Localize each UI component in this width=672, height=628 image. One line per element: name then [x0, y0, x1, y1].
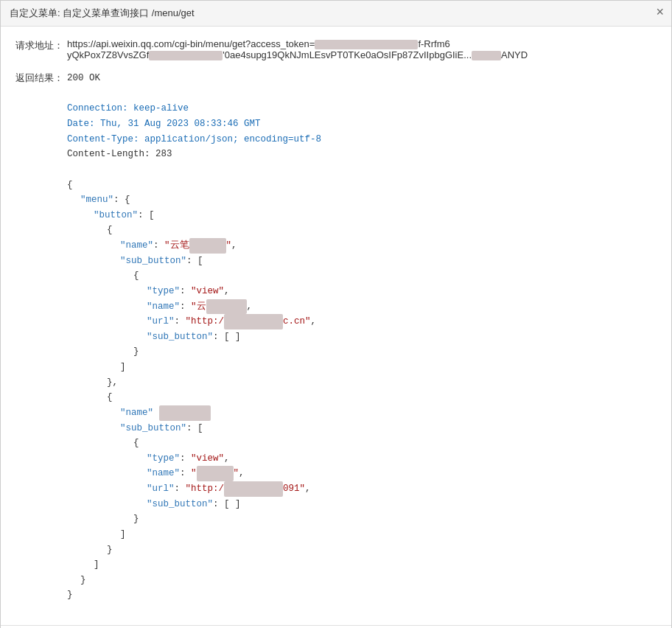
json-line: "name": " ", — [67, 466, 657, 481]
json-line: { — [67, 268, 657, 284]
header-content-type-text: Content-Type: application/json; encoding… — [67, 134, 321, 144]
status-label: 返回结果： — [15, 71, 67, 85]
dialog: 自定义菜单: 自定义菜单查询接口 /menu/get × 请求地址： https… — [0, 0, 672, 628]
url-mid2: '0ae4supg19QkNJmLEsvPT0TKe0aOsIFp87ZvIIp… — [223, 49, 472, 60]
json-line: "sub_button": [ ] — [67, 497, 657, 512]
header-date-text: Date: Thu, 31 Aug 2023 08:33:46 GMT — [67, 119, 261, 129]
json-line: "sub_button": [ — [67, 254, 657, 269]
json-line: ] — [67, 527, 657, 542]
hint-row: 提示： Request successful — [1, 625, 671, 628]
url-mid-blurred — [149, 51, 223, 60]
header-date: Date: Thu, 31 Aug 2023 08:33:46 GMT — [67, 116, 657, 132]
response-status-row: 返回结果： 200 OK Connection: keep-alive Date… — [15, 71, 657, 603]
json-line: { — [67, 223, 657, 238]
json-line: "type": "view", — [67, 451, 657, 467]
request-url-value: https://api.weixin.qq.com/cgi-bin/menu/g… — [67, 38, 657, 60]
json-line: "sub_button": [ — [67, 421, 657, 436]
json-line: "name": "云笔 ", — [67, 238, 657, 254]
url-line2: yQkPox7Z8VvsZGf '0ae4supg19QkNJmLEsvPT0T… — [67, 49, 657, 60]
header-content-type: Content-Type: application/json; encoding… — [67, 132, 657, 147]
json-line: ] — [67, 360, 657, 375]
close-button[interactable]: × — [656, 5, 664, 18]
json-line: } — [67, 573, 657, 588]
json-line: { — [67, 178, 657, 193]
json-line: { — [67, 436, 657, 451]
url-token-blurred — [315, 40, 418, 49]
json-line: "type": "view", — [67, 284, 657, 299]
header-connection: Connection: keep-alive — [67, 101, 657, 116]
json-line: } — [67, 587, 657, 603]
url-line1: https://api.weixin.qq.com/cgi-bin/menu/g… — [67, 38, 657, 49]
url-end-blurred — [472, 51, 501, 60]
dialog-body: 请求地址： https://api.weixin.qq.com/cgi-bin/… — [1, 27, 671, 625]
request-label: 请求地址： — [15, 38, 67, 52]
json-line: } — [67, 512, 657, 527]
json-line: "name" — [67, 405, 657, 421]
dialog-title: 自定义菜单: 自定义菜单查询接口 /menu/get — [10, 7, 195, 20]
url-suffix2: yQkPox7Z8VvsZGf — [67, 49, 149, 60]
json-line: "sub_button": [ ] — [67, 329, 657, 345]
response-block: 200 OK Connection: keep-alive Date: Thu,… — [67, 71, 657, 603]
status-line: 200 OK — [67, 71, 657, 86]
header-content-length: Content-Length: 283 — [67, 147, 657, 162]
url-prefix: https://api.weixin.qq.com/cgi-bin/menu/g… — [67, 38, 315, 49]
url-suffix: f-Rrfm6 — [418, 38, 449, 49]
url-end: ANYD — [501, 49, 528, 60]
json-line: } — [67, 344, 657, 360]
json-line: "button": [ — [67, 208, 657, 223]
json-line: "url": "http:/ 091", — [67, 481, 657, 497]
header-content-length-text: Content-Length: 283 — [67, 149, 172, 159]
json-line: ] — [67, 557, 657, 573]
json-line: "url": "http:/ c.cn", — [67, 314, 657, 329]
request-url-row: 请求地址： https://api.weixin.qq.com/cgi-bin/… — [15, 38, 657, 60]
json-line: }, — [67, 375, 657, 391]
dialog-header: 自定义菜单: 自定义菜单查询接口 /menu/get × — [1, 1, 671, 27]
status-value: 200 OK — [67, 73, 100, 83]
header-connection-text: Connection: keep-alive — [67, 103, 189, 114]
json-line: "name": "云 , — [67, 299, 657, 315]
json-line: } — [67, 542, 657, 558]
json-body: {"menu": {"button": [{"name": "云笔 ","sub… — [67, 178, 657, 604]
json-line: { — [67, 390, 657, 405]
json-line: "menu": { — [67, 192, 657, 208]
